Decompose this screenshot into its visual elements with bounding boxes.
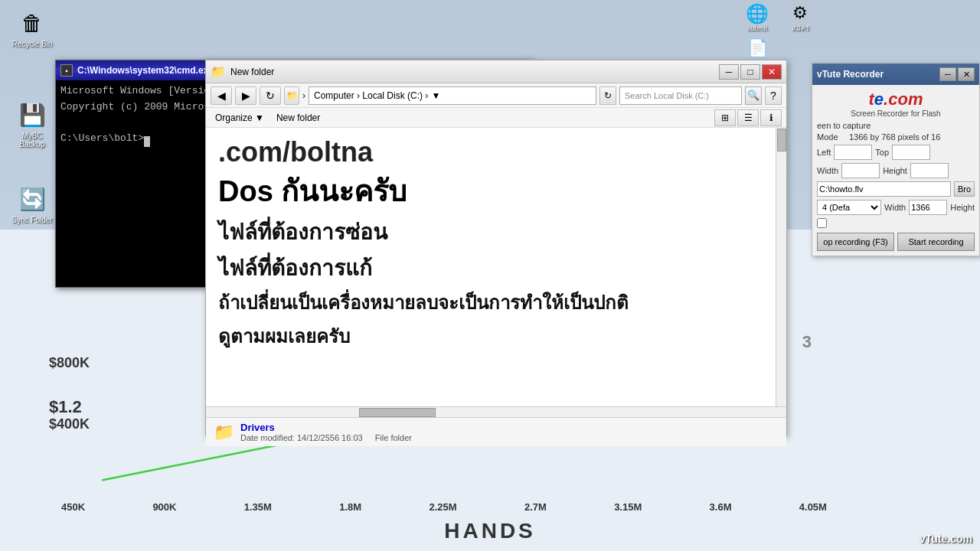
vtute-tagline: Screen Recorder for Flash: [817, 109, 975, 118]
web-heading: Dos กันนะครับ: [218, 173, 774, 210]
search-button[interactable]: 🔍: [745, 86, 762, 105]
file-listing-bar: 📁 Drivers Date modified: 14/12/2556 16:0…: [206, 417, 786, 446]
recycle-bin-icon: 🗑: [17, 8, 47, 38]
refresh-icon-btn[interactable]: ↻: [599, 86, 616, 105]
backup-icon: 💾: [17, 99, 47, 130]
x-label-18m: 1.8M: [339, 501, 361, 513]
search-bar[interactable]: Search Local Disk (C:): [619, 86, 742, 105]
vtute-checkbox-row: [817, 218, 975, 228]
vtute-logo-t: t: [869, 90, 874, 109]
vtute-stop-recording-button[interactable]: op recording (F3): [817, 233, 894, 251]
dollar-label-400k: $400K: [49, 416, 90, 432]
icon-group-right2[interactable]: ⚙ สมัคร: [781, 3, 819, 34]
breadcrumb-bar[interactable]: Computer › Local Disk (C:) › ▼: [309, 86, 596, 105]
view-controls: ⊞ ☰ ℹ: [714, 109, 782, 126]
vtute-start-recording-button[interactable]: Start recording: [897, 233, 975, 251]
vtute-width-dim-label: Width: [884, 203, 906, 212]
vtute-body: te.com Screen Recorder for Flash een to …: [812, 85, 979, 256]
menu-new-folder[interactable]: New folder: [272, 111, 325, 125]
chart-title: HANDS: [444, 519, 536, 543]
recycle-bin-label: Recycle Bin: [12, 40, 53, 48]
vtute-width-label: Width: [817, 166, 838, 175]
explorer-titlebar[interactable]: 📁 New folder ─ □ ✕: [206, 60, 786, 83]
desktop-icon-recycle[interactable]: 🗑 Recycle Bin: [8, 8, 57, 48]
vtute-browse-button[interactable]: Bro: [954, 181, 975, 197]
vtute-mode-value: 1366 by 768 pixels of 16: [849, 132, 975, 142]
explorer-folder-icon: 📁: [211, 64, 226, 79]
vtute-checkbox[interactable]: [817, 218, 827, 228]
web-url-text: .com/boltna: [218, 135, 774, 168]
vtute-file-path-input[interactable]: [817, 181, 951, 197]
vtute-close-button[interactable]: ✕: [958, 67, 975, 81]
forward-button[interactable]: ▶: [235, 86, 256, 105]
x-label-450k: 450K: [61, 501, 85, 513]
desktop: $800K $400K $1.2 450K 900K 1.35M 1.8M 2.…: [0, 0, 980, 551]
vtute-left-input[interactable]: [834, 145, 872, 160]
vtute-height-input[interactable]: [910, 163, 949, 178]
search-placeholder: Search Local Disk (C:): [625, 91, 709, 100]
file-listing-info: Drivers Date modified: 14/12/2556 16:03 …: [240, 422, 412, 442]
explorer-close-button[interactable]: ✕: [762, 64, 782, 80]
vtute-logo-area: te.com Screen Recorder for Flash: [817, 90, 975, 118]
dollar-label-12: $1.2: [49, 397, 82, 417]
x-label-135m: 1.35M: [244, 501, 272, 513]
x-label-405m: 4.05M: [799, 501, 827, 513]
help-button[interactable]: ?: [765, 86, 782, 105]
view-info-btn[interactable]: ℹ: [760, 109, 782, 126]
vtute-width-dim-input[interactable]: [909, 200, 947, 215]
vtute-logo-e: e: [874, 90, 884, 109]
explorer-minimize-button[interactable]: ─: [719, 64, 739, 80]
desktop-icon-backup[interactable]: 💾 MyBCBackup: [8, 99, 57, 148]
vtute-file-row: Bro: [817, 181, 975, 197]
vtute-height-dim-label: Height: [950, 203, 975, 212]
view-icon-btn[interactable]: ⊞: [714, 109, 736, 126]
vtute-mode-label: Mode: [817, 132, 846, 142]
explorer-content-area: .com/boltna Dos กันนะครับ ไฟล์ที่ต้องการ…: [206, 128, 786, 406]
web-desc2: ดูตามผมเลยครับ: [218, 323, 774, 350]
top-right-icons: 🌐 submit ⚙ สมัคร 📄 index.html: [735, 0, 858, 57]
explorer-title-text: New folder: [230, 67, 274, 77]
folder-nav-icon[interactable]: 📁: [284, 86, 299, 105]
vtute-title: vTute Recorder: [817, 69, 884, 80]
vtute-panel: vTute Recorder ─ ✕ te.com Screen Recorde…: [812, 63, 980, 256]
icon-group-right[interactable]: 🌐 submit: [738, 3, 776, 32]
view-detail-btn[interactable]: ☰: [737, 109, 759, 126]
explorer-window: 📁 New folder ─ □ ✕ ◀ ▶ ↻ 📁 › Computer › …: [205, 60, 787, 436]
explorer-h-scrollbar[interactable]: [206, 406, 786, 417]
vtute-left-label: Left: [817, 148, 831, 157]
x-label-900k: 900K: [152, 501, 176, 513]
sync-icon: 🔄: [17, 184, 47, 214]
vtute-watermark: vTute.com: [920, 533, 972, 545]
vtute-titlebar[interactable]: vTute Recorder ─ ✕: [812, 64, 979, 85]
doc-icon: 📄: [747, 38, 768, 58]
chart-label-3: 3: [802, 332, 812, 352]
web-subheading1: ไฟล์ที่ต้องการซ่อน: [218, 217, 774, 247]
vtute-top-input[interactable]: [892, 145, 930, 160]
globe-icon: 🌐: [746, 3, 769, 24]
explorer-menu-left: Organize ▼ New folder: [211, 111, 708, 125]
menu-organize[interactable]: Organize ▼: [211, 111, 269, 125]
web-text-area: .com/boltna Dos กันนะครับ ไฟล์ที่ต้องการ…: [206, 128, 786, 358]
vtute-quality-select[interactable]: 4 (Defa: [817, 200, 881, 215]
x-label-225m: 2.25M: [429, 501, 456, 513]
file-meta: Date modified: 14/12/2556 16:03 File fol…: [240, 433, 412, 442]
explorer-right-scrollbar[interactable]: [776, 128, 786, 406]
x-label-315m: 3.15M: [614, 501, 642, 513]
vtute-top-label: Top: [875, 148, 889, 157]
cmd-title-text: C:\Windows\system32\cmd.exe: [77, 65, 214, 76]
vtute-height-label: Height: [883, 166, 907, 175]
vtute-left-top-row: Left Top: [817, 145, 975, 160]
settings-icon: ⚙: [792, 3, 808, 23]
arrow-sep: ›: [302, 90, 305, 101]
vtute-quality-row: 4 (Defa Width Height: [817, 200, 975, 215]
cmd-icon: ▪: [60, 64, 73, 77]
desktop-icon-sync[interactable]: 🔄 Sync Folder: [8, 184, 57, 224]
refresh-button[interactable]: ↻: [260, 86, 281, 105]
back-button[interactable]: ◀: [211, 86, 232, 105]
breadcrumb-text: Computer › Local Disk (C:) ›: [314, 90, 428, 101]
globe-label: submit: [747, 24, 768, 32]
vtute-width-input[interactable]: [841, 163, 880, 178]
breadcrumb-arrow: ▼: [431, 90, 440, 101]
vtute-minimize-button[interactable]: ─: [939, 67, 956, 81]
explorer-maximize-button[interactable]: □: [740, 64, 760, 80]
